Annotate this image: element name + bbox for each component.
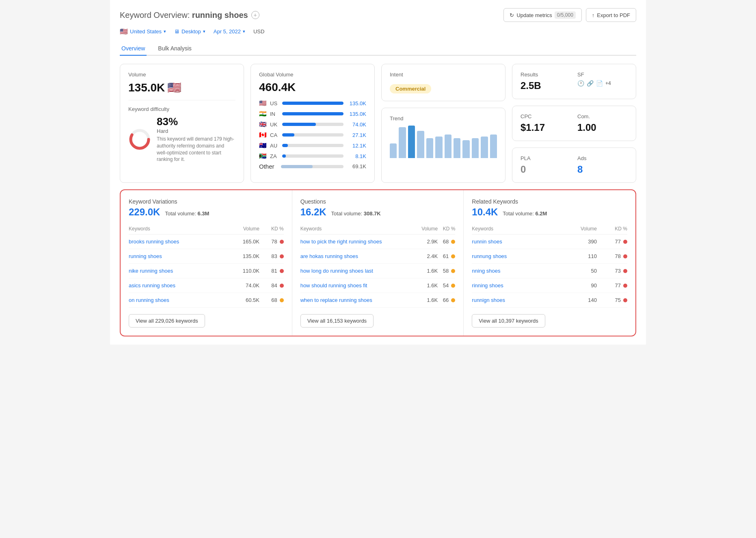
q-count-row: 16.2K Total volume: 308.7K bbox=[300, 206, 456, 218]
kv-title: Keyword Variations bbox=[129, 198, 284, 205]
kd-cell: 77 bbox=[597, 239, 627, 245]
page-header: Keyword Overview: running shoes + ↻ Upda… bbox=[120, 8, 636, 22]
volume-cell: 110.0K bbox=[227, 264, 259, 278]
volume-cell: 1.6K bbox=[415, 293, 438, 308]
kd-dot bbox=[623, 254, 627, 258]
results-section: Results 2.5B bbox=[521, 72, 571, 91]
rk-count-row: 10.4K Total volume: 6.2M bbox=[472, 206, 627, 218]
volume-cell: 2.9K bbox=[415, 234, 438, 249]
ads-value: 8 bbox=[577, 164, 628, 175]
top-cards: Volume 135.0K 🇺🇸 Keyword difficulty 83% … bbox=[120, 64, 636, 183]
kd-cell-td: 68 bbox=[438, 234, 455, 249]
q-col-volume: Volume bbox=[415, 223, 438, 234]
intent-trend-stack: Intent Commercial Trend bbox=[381, 64, 505, 183]
trend-bar bbox=[435, 137, 442, 158]
keyword-link[interactable]: runnin shoes bbox=[472, 239, 502, 245]
results-value: 2.5B bbox=[521, 80, 571, 91]
cpc-com-split: CPC $1.17 Com. 1.00 bbox=[521, 113, 628, 133]
kd-cell: 84 bbox=[259, 282, 284, 289]
country-bar bbox=[282, 123, 343, 126]
volume-cell: 140 bbox=[557, 293, 597, 308]
kd-dot bbox=[280, 240, 284, 244]
keyword-link[interactable]: are hokas running shoes bbox=[300, 253, 358, 259]
kd-cell-td: 78 bbox=[259, 234, 284, 249]
country-filter[interactable]: 🇺🇸 United States ▾ bbox=[120, 28, 166, 35]
tab-bulk-analysis[interactable]: Bulk Analysis bbox=[156, 42, 193, 56]
trend-bar bbox=[426, 138, 433, 158]
keyword-link[interactable]: runnung shoes bbox=[472, 253, 507, 259]
kd-value: 81 bbox=[271, 268, 277, 274]
trend-bar bbox=[472, 138, 479, 158]
table-row: brooks running shoes 165.0K 78 bbox=[129, 234, 284, 249]
other-bar-fill bbox=[281, 165, 313, 168]
keyword-link[interactable]: rinning shoes bbox=[472, 282, 503, 289]
country-flag: 🇺🇸 bbox=[259, 100, 267, 107]
kv-header: Keyword Variations 229.0K Total volume: … bbox=[129, 198, 284, 218]
volume-flag: 🇺🇸 bbox=[167, 81, 181, 94]
keyword-link[interactable]: how should running shoes fit bbox=[300, 282, 367, 289]
refresh-icon: ↻ bbox=[510, 12, 514, 18]
keyword-link[interactable]: how to pick the right running shoes bbox=[300, 239, 382, 245]
keyword-variations-card: Keyword Variations 229.0K Total volume: … bbox=[121, 190, 292, 336]
tab-overview[interactable]: Overview bbox=[120, 42, 147, 56]
country-bar bbox=[282, 102, 343, 105]
page-title: Keyword Overview: running shoes bbox=[120, 11, 248, 20]
add-keyword-button[interactable]: + bbox=[251, 11, 259, 19]
rk-view-all-button[interactable]: View all 10,397 keywords bbox=[472, 314, 545, 328]
keyword-link[interactable]: when to replace running shoes bbox=[300, 297, 372, 303]
q-view-all-button[interactable]: View all 16,153 keywords bbox=[300, 314, 374, 328]
kd-cell-td: 77 bbox=[597, 234, 627, 249]
kv-col-volume: Volume bbox=[227, 223, 259, 234]
kd-dot bbox=[451, 240, 455, 244]
table-row: are hokas running shoes 2.4K 61 bbox=[300, 249, 456, 264]
kd-value: 54 bbox=[443, 282, 449, 289]
q-title: Questions bbox=[300, 198, 456, 205]
volume-cell: 2.4K bbox=[415, 249, 438, 264]
kd-cell-td: 81 bbox=[259, 264, 284, 278]
table-row: when to replace running shoes 1.6K 66 bbox=[300, 293, 456, 308]
trend-bar bbox=[390, 143, 397, 158]
global-row: 🇿🇦 ZA 8.1K bbox=[259, 152, 366, 160]
kd-cell: 61 bbox=[438, 253, 455, 259]
kd-cell: 66 bbox=[438, 297, 455, 303]
device-dropdown-icon: ▾ bbox=[203, 29, 205, 34]
currency-label: USD bbox=[253, 28, 264, 35]
global-row: 🇨🇦 CA 27.1K bbox=[259, 131, 366, 139]
date-filter[interactable]: Apr 5, 2022 ▾ bbox=[214, 28, 245, 35]
kd-cell-td: 54 bbox=[438, 278, 455, 293]
update-metrics-button[interactable]: ↻ Update metrics 0/5,000 bbox=[503, 8, 581, 22]
kv-view-all-button[interactable]: View all 229,026 keywords bbox=[129, 314, 205, 328]
keyword-link[interactable]: on running shoes bbox=[129, 297, 169, 303]
trend-card: Trend bbox=[381, 108, 505, 183]
kd-value: 83 bbox=[271, 253, 277, 259]
global-volume-value: 460.4K bbox=[259, 81, 366, 94]
kd-cell-td: 58 bbox=[438, 264, 455, 278]
q-table: Keywords Volume KD % how to pick the rig… bbox=[300, 223, 456, 308]
other-label: Other bbox=[259, 163, 274, 170]
country-value: 135.0K bbox=[347, 100, 366, 106]
bottom-cards: Keyword Variations 229.0K Total volume: … bbox=[120, 189, 636, 336]
country-bar bbox=[282, 133, 343, 137]
keyword-link[interactable]: how long do running shoes last bbox=[300, 268, 373, 274]
keyword-link[interactable]: nike running shoes bbox=[129, 268, 173, 274]
keyword-link[interactable]: running shoes bbox=[129, 253, 162, 259]
table-row: runnung shoes 110 78 bbox=[472, 249, 627, 264]
kd-value: 68 bbox=[271, 297, 277, 303]
keyword-link[interactable]: nning shoes bbox=[472, 268, 500, 274]
keyword-link[interactable]: runnign shoes bbox=[472, 297, 505, 303]
kd-cell: 68 bbox=[259, 297, 284, 303]
export-pdf-button[interactable]: ↑ Export to PDF bbox=[586, 8, 636, 22]
country-flag: 🇿🇦 bbox=[259, 152, 267, 160]
cpc-com-card: CPC $1.17 Com. 1.00 bbox=[512, 106, 636, 141]
table-row: asics running shoes 74.0K 84 bbox=[129, 278, 284, 293]
intent-card: Intent Commercial bbox=[381, 64, 505, 101]
kd-cell: 81 bbox=[259, 268, 284, 274]
country-value: 27.1K bbox=[347, 132, 366, 138]
table-row: nike running shoes 110.0K 81 bbox=[129, 264, 284, 278]
kd-cell: 77 bbox=[597, 282, 627, 289]
keyword-link[interactable]: brooks running shoes bbox=[129, 239, 179, 245]
device-filter[interactable]: 🖥 Desktop ▾ bbox=[174, 28, 205, 35]
kd-cell-td: 73 bbox=[597, 264, 627, 278]
keyword-link[interactable]: asics running shoes bbox=[129, 282, 175, 289]
kd-value: 75 bbox=[615, 297, 621, 303]
